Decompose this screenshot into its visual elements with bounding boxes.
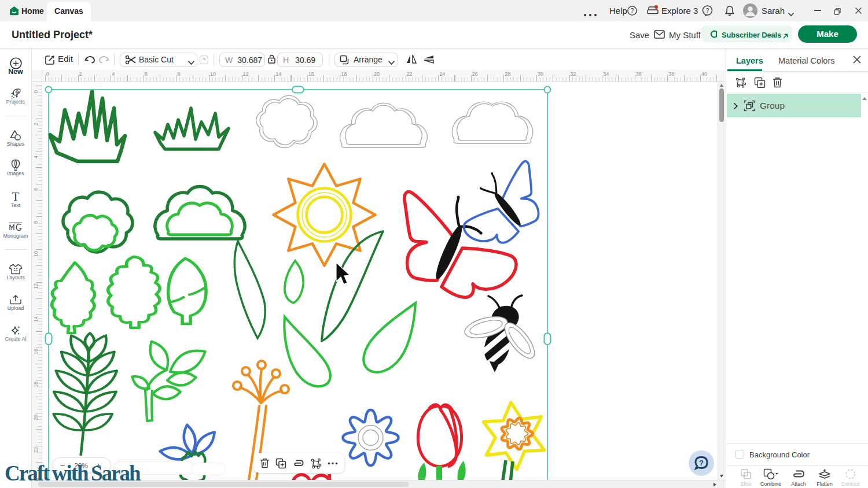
- svg-text:?: ?: [631, 8, 634, 14]
- svg-text:?: ?: [706, 7, 709, 14]
- svg-text:?: ?: [699, 459, 704, 467]
